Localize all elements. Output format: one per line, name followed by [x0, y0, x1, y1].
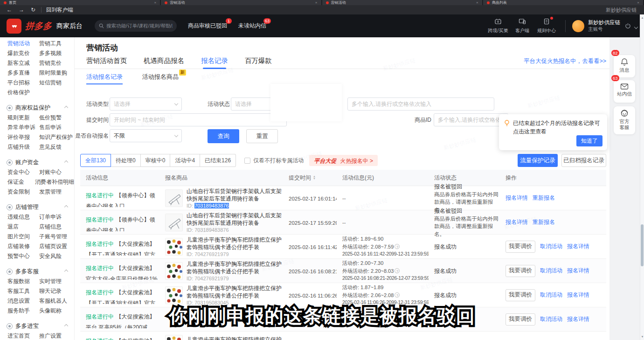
sidebar-item[interactable]: 营销竞价 — [39, 59, 62, 69]
sidebar-group-shop-manage[interactable]: 店铺管理 — [0, 201, 74, 213]
adjust-price-button[interactable]: 我要调价 — [506, 241, 535, 253]
info-icon[interactable] — [395, 292, 400, 298]
unread-messages-link[interactable]: 未读站内信63 — [238, 22, 266, 30]
scroll-down-icon[interactable]: ▼ — [640, 335, 644, 338]
sidebar-item[interactable]: 子账号管理 — [39, 233, 67, 243]
audit-rejected-link[interactable]: 商品审核已驳回1 — [188, 22, 227, 30]
sidebar-item[interactable]: 意见反馈 — [39, 143, 62, 153]
sidebar-item[interactable]: 安全风险 — [39, 252, 62, 262]
client-app-button[interactable]: 客户端 — [510, 18, 534, 34]
subtab-activity-signup-goods[interactable]: 活动报名商品新 — [142, 69, 179, 84]
close-icon[interactable]: × — [154, 0, 157, 5]
sidebar-item[interactable]: 规则更新 — [7, 114, 39, 124]
re-signup-link[interactable]: 重新报名 — [533, 194, 555, 202]
product-title[interactable]: 儿童滑步平衡车护胸车把防撞把立保护套饰熊猫玩偶卡通公仔把手装 — [187, 284, 283, 299]
official-service-rail-button[interactable]: 官方客服 — [614, 106, 635, 134]
cancel-activity-link[interactable]: 取消活动 — [540, 291, 562, 299]
adjust-price-button[interactable]: 我要调价 — [506, 265, 535, 277]
sidebar-item[interactable]: 预警中心 — [7, 252, 39, 262]
message-rail-button[interactable]: 消息 — [614, 55, 635, 77]
back-to-client-link[interactable]: 回到客户端 — [46, 7, 73, 14]
sidebar-item[interactable]: 售后申诉 — [39, 124, 62, 133]
sidebar-item[interactable]: 限时限量购 — [39, 69, 67, 79]
segment-reviewing[interactable]: 审核中0 — [141, 154, 171, 167]
reset-button[interactable]: 重置 — [246, 129, 278, 143]
sidebar-item[interactable]: 头像昵称 — [39, 307, 62, 317]
reload-icon[interactable]: ↻ — [31, 7, 35, 13]
sidebar-item[interactable]: 客服数据 — [7, 278, 39, 287]
global-search-input[interactable]: 搜索功能/订单/课程/规则/帮助/服务 — [95, 20, 177, 32]
got-it-button[interactable]: 知道了 — [576, 135, 602, 146]
close-icon[interactable]: × — [476, 0, 478, 5]
subtab-activity-signup-records[interactable]: 活动报名记录 — [86, 69, 123, 84]
vertical-scrollbar[interactable]: ▲ ▼ — [640, 14, 644, 340]
adjust-price-button[interactable]: 我要调价 — [506, 313, 535, 326]
sidebar-item[interactable]: 订单申诉 — [39, 213, 62, 223]
sidebar-item[interactable]: 实时管理 — [39, 278, 62, 287]
sidebar-item[interactable]: 聊天记录 — [39, 287, 62, 297]
submit-time-range-input[interactable] — [110, 113, 287, 126]
signup-detail-link[interactable]: 报名详情 — [506, 194, 528, 202]
sidebar-item[interactable]: 发票管理 — [39, 188, 62, 198]
product-id[interactable]: ID: 704276921979 — [187, 276, 283, 281]
signup-detail-link[interactable]: 报名详情 — [567, 267, 589, 275]
sort-icon[interactable]: ▲▼ — [313, 175, 316, 180]
goods-id-input[interactable] — [434, 113, 508, 126]
signup-detail-link[interactable]: 报名详情 — [567, 243, 589, 250]
sidebar-item[interactable]: 评价举报 — [7, 133, 39, 143]
product-title[interactable]: 儿童滑步平衡车护胸车把防撞把立保护套饰熊猫玩 — [187, 336, 283, 340]
tab-signup-records[interactable]: 报名记录 — [201, 54, 228, 69]
exclusive-filter-checkbox[interactable] — [244, 158, 250, 164]
col-submit-time[interactable]: 提交时间▲▼ — [283, 174, 337, 182]
sidebar-item[interactable]: 多多直播 — [7, 69, 39, 79]
auto-signup-select[interactable]: 不限 — [110, 129, 182, 142]
site-mail-rail-button[interactable]: 站内信 — [614, 80, 635, 103]
promo-link[interactable]: 平台大促火热报名中，去看看>> — [524, 57, 606, 65]
sidebar-item[interactable]: 价格保护 — [7, 89, 39, 98]
archived-records-button[interactable]: 已归档报名记录 — [561, 154, 606, 167]
avatar[interactable] — [572, 20, 584, 32]
cross-border-button[interactable]: 跨境/买菜 — [486, 18, 510, 34]
activity-type-select[interactable]: 请选择 — [110, 97, 182, 111]
sidebar-item[interactable]: 新客立减 — [7, 59, 39, 69]
product-title[interactable]: 山地自行车后货架钢行李架载人后支架快拆尾架后车筐通用骑行装备 — [187, 212, 283, 227]
cancel-activity-link[interactable]: 取消活动 — [540, 243, 562, 250]
sidebar-item[interactable]: 客服机器人 — [39, 297, 67, 307]
segment-ended[interactable]: 已结束126 — [200, 154, 236, 167]
close-icon[interactable]: × — [637, 0, 639, 5]
sidebar-item[interactable]: 知识产权保护 — [39, 133, 73, 143]
sidebar-item[interactable]: 短信营销 — [39, 79, 62, 89]
pinduoduo-logo-icon[interactable]: ♥♥ — [7, 19, 21, 34]
sidebar-item[interactable]: 异常单申诉 — [7, 124, 39, 133]
flow-protection-button[interactable]: 流量保护记录 — [518, 154, 558, 167]
sidebar-item[interactable]: 客服工具 — [7, 287, 39, 297]
scroll-up-icon[interactable]: ▲ — [640, 16, 644, 19]
chevron-down-icon[interactable] — [635, 22, 637, 30]
tab-million-hot[interactable]: 百万爆款 — [245, 54, 272, 69]
sidebar-item[interactable]: 推广设置 — [39, 332, 62, 340]
product-title[interactable]: 山地自行车后货架钢行李架载人后支架快拆尾架后车筐通用骑行装备 — [187, 187, 283, 202]
tab-opportunity-signup[interactable]: 机遇商品报名 — [144, 54, 184, 69]
activity-id-input[interactable] — [347, 97, 494, 111]
product-title[interactable]: 儿童滑步平衡车护胸车把防撞把立保护套饰熊猫玩偶卡通公仔把手装 — [187, 236, 283, 251]
scrollbar-thumb[interactable] — [641, 224, 644, 266]
query-button[interactable]: 查询 — [208, 129, 239, 143]
sidebar-item[interactable]: 对账中心 — [39, 168, 62, 178]
browser-tab[interactable]: 营销活动× — [161, 0, 321, 5]
segment-pending[interactable]: 待处理0 — [111, 154, 141, 167]
sidebar-item[interactable]: 资金中心 — [7, 168, 39, 178]
segment-all[interactable]: 全部130 — [80, 154, 111, 167]
adjust-price-button[interactable]: 我要调价 — [506, 289, 535, 301]
sidebar-item[interactable]: 店铺页设置 — [39, 243, 67, 252]
sidebar-group-duoduo-jinbao[interactable]: 多多进宝 — [0, 320, 74, 332]
sidebar-item[interactable]: 平台招标 — [7, 79, 39, 89]
tab-marketing-home[interactable]: 营销活动首页 — [86, 54, 127, 69]
sidebar-item[interactable]: 低价预警 — [39, 114, 62, 124]
info-icon[interactable] — [395, 244, 400, 249]
sidebar-group-account-funds[interactable]: 账户资金 — [0, 156, 74, 168]
sidebar-item[interactable]: 营销工具 — [39, 40, 62, 49]
product-id[interactable]: ID: 704276921979 — [187, 251, 283, 257]
sidebar-item[interactable]: 资金限制 — [7, 188, 39, 198]
sidebar-item[interactable]: 消息设置 — [7, 297, 39, 307]
sidebar-item[interactable]: 店铺升级 — [7, 143, 39, 153]
